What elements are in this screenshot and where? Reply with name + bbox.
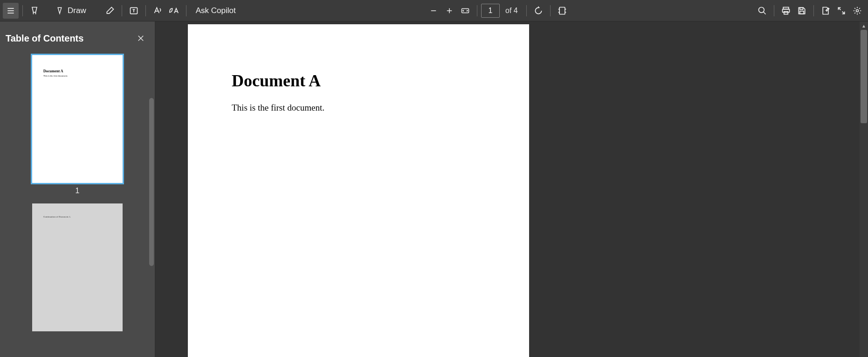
separator (774, 5, 774, 16)
separator (550, 5, 551, 16)
page-total-value: 4 (514, 7, 518, 14)
search-icon (758, 6, 767, 15)
fit-width-icon (460, 7, 470, 15)
thumbnail-list: Document A This is the first document. 1… (0, 51, 155, 357)
save-button[interactable] (794, 3, 810, 19)
svg-rect-14 (559, 7, 565, 14)
settings-button[interactable] (849, 3, 865, 19)
rotate-icon (534, 6, 543, 15)
main-scrollbar-track[interactable]: ▲ (860, 21, 868, 357)
page-total-prefix: of (505, 7, 514, 14)
separator (813, 5, 814, 16)
page-thumbnail-1[interactable]: Document A This is the first document. (32, 55, 123, 183)
sidebar-title: Table of Contents (6, 33, 83, 44)
sidebar-header: Table of Contents (0, 21, 155, 51)
eraser-icon (105, 6, 115, 15)
plus-icon (445, 7, 454, 15)
close-sidebar-button[interactable] (133, 31, 148, 46)
copilot-label: Ask Copilot (193, 6, 239, 15)
highlight-button[interactable] (27, 3, 42, 19)
chevron-down-icon (45, 8, 50, 14)
draw-button[interactable]: Draw (53, 3, 92, 19)
separator (22, 5, 23, 16)
zoom-in-button[interactable] (441, 3, 457, 19)
svg-line-20 (764, 12, 766, 14)
fullscreen-icon (837, 6, 846, 15)
read-aloud-button[interactable] (150, 3, 165, 19)
fullscreen-button[interactable] (834, 3, 849, 19)
print-icon (781, 6, 791, 15)
thumb-line: This is the first document. (43, 75, 68, 77)
separator (186, 5, 186, 16)
document-page: Document A This is the first document. (188, 24, 529, 357)
thumbnail-item: Document A This is the first document. 1 (32, 55, 123, 195)
document-body-text: This is the first document. (232, 102, 485, 114)
chevron-down-icon (94, 8, 100, 14)
svg-point-19 (759, 7, 765, 13)
scroll-up-button[interactable]: ▲ (860, 21, 868, 30)
fit-width-button[interactable] (457, 3, 473, 19)
highlight-dropdown[interactable] (42, 8, 53, 14)
search-button[interactable] (754, 3, 770, 19)
toolbar: Draw Ask Cop (0, 0, 868, 21)
document-heading: Document A (232, 71, 485, 91)
sidebar-scrollbar-thumb[interactable] (149, 98, 154, 266)
note-edit-icon (821, 6, 830, 15)
highlighter-icon (30, 6, 39, 16)
page-view-icon (557, 6, 567, 15)
ask-copilot-button[interactable]: Ask Copilot (190, 3, 241, 19)
draw-label: Draw (66, 6, 89, 15)
contents-toggle-button[interactable] (3, 3, 19, 19)
svg-rect-24 (800, 7, 803, 9)
translate-icon (168, 6, 179, 15)
separator (477, 5, 477, 16)
close-icon (137, 34, 145, 42)
pdf-viewer-app: Draw Ask Cop (0, 0, 868, 357)
sidebar: Table of Contents Document A This is the… (0, 21, 155, 357)
body: Table of Contents Document A This is the… (0, 21, 868, 357)
erase-button[interactable] (102, 3, 118, 19)
translate-button[interactable] (165, 3, 182, 19)
zoom-out-button[interactable] (426, 3, 441, 19)
minus-icon (429, 7, 438, 15)
list-icon (6, 6, 15, 15)
page-thumbnail-2[interactable]: Continuation of Document A (32, 203, 123, 331)
thumbnail-item: Continuation of Document A (32, 203, 123, 331)
text-box-button[interactable] (126, 3, 142, 19)
draw-dropdown[interactable] (92, 8, 102, 14)
svg-point-28 (856, 9, 859, 12)
separator (526, 5, 527, 16)
page-total-label: of 4 (500, 7, 523, 15)
gear-icon (853, 6, 862, 15)
svg-rect-25 (800, 11, 804, 14)
thumb-title: Document A (43, 69, 63, 73)
save-icon (797, 6, 806, 15)
main-scrollbar-thumb[interactable] (861, 30, 867, 123)
pen-icon (55, 6, 64, 16)
rotate-button[interactable] (530, 3, 546, 19)
print-button[interactable] (778, 3, 794, 19)
thumb-line: Continuation of Document A (43, 216, 70, 218)
text-box-icon (129, 6, 138, 15)
save-edit-button[interactable] (818, 3, 834, 19)
page-view-button[interactable] (554, 3, 570, 19)
thumbnail-number: 1 (76, 187, 80, 195)
read-aloud-icon (152, 6, 163, 15)
separator (122, 5, 122, 16)
separator (145, 5, 146, 16)
page-number-input[interactable] (481, 4, 500, 18)
document-viewer[interactable]: Document A This is the first document. ▲ (155, 21, 868, 357)
